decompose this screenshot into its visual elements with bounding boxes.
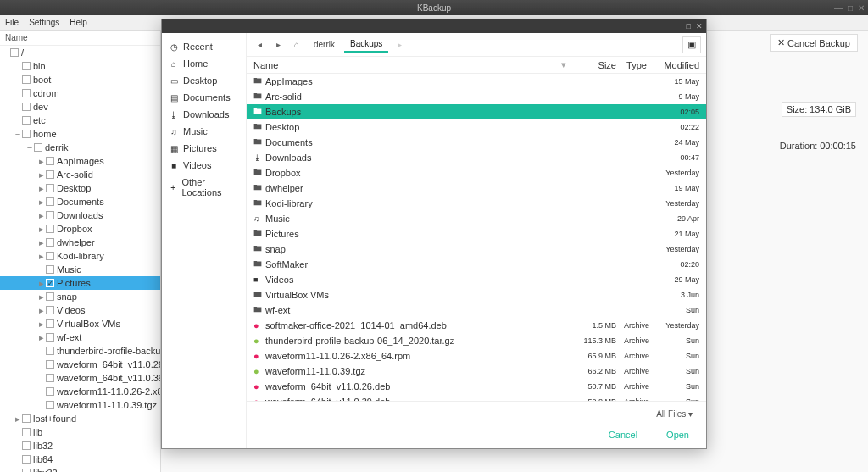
file-row[interactable]: ●waveform_64bit_v11.0.26.deb50.7 MBArchi… bbox=[247, 379, 706, 394]
file-icon bbox=[253, 259, 265, 269]
crumb-derrik[interactable]: derrik bbox=[308, 37, 341, 52]
place-pictures[interactable]: ▦Pictures bbox=[162, 140, 246, 157]
tree-item-derrik[interactable]: −derrik bbox=[0, 141, 160, 154]
tree-root[interactable]: −/ bbox=[0, 46, 160, 59]
tree-item-home[interactable]: −home bbox=[0, 127, 160, 141]
file-row[interactable]: AppImages15 May bbox=[247, 74, 706, 89]
file-row[interactable]: VirtualBox VMs3 Jun bbox=[247, 287, 706, 303]
crumb-backups[interactable]: Backups bbox=[344, 36, 388, 53]
nav-back-icon[interactable]: ◂ bbox=[252, 37, 267, 53]
menu-file[interactable]: File bbox=[5, 18, 19, 27]
tree-item-kodi-library[interactable]: ▸Kodi-library bbox=[0, 249, 160, 263]
minimize-icon[interactable]: — bbox=[834, 3, 843, 13]
tree-item-wf-ext[interactable]: ▸wf-ext bbox=[0, 330, 160, 344]
file-icon bbox=[253, 198, 265, 208]
place-downloads[interactable]: ⭳Downloads bbox=[162, 106, 246, 123]
place-music[interactable]: ♫Music bbox=[162, 123, 246, 140]
place-other-locations[interactable]: +Other Locations bbox=[162, 174, 246, 201]
file-row[interactable]: ●thunderbird-profile-backup-06_14_2020.t… bbox=[247, 333, 706, 348]
tree-item-arc-solid[interactable]: ▸Arc-solid bbox=[0, 168, 160, 181]
sort-indicator-icon: ▾ bbox=[561, 59, 566, 70]
menu-settings[interactable]: Settings bbox=[29, 18, 59, 27]
file-row[interactable]: DropboxYesterday bbox=[247, 165, 706, 180]
file-row[interactable]: ●waveform11-11.0.26-2.x86_64.rpm65.9 MBA… bbox=[247, 348, 706, 364]
file-row[interactable]: wf-extSun bbox=[247, 303, 706, 318]
file-row[interactable]: Desktop02:22 bbox=[247, 119, 706, 135]
crumb-next-icon[interactable]: ▸ bbox=[392, 37, 407, 53]
tree-item-waveform11-11-0-39-tgz[interactable]: waveform11-11.0.39.tgz bbox=[0, 398, 160, 412]
file-icon bbox=[253, 122, 265, 132]
tree-item-thunderbird-profile-backup-06-14-2020-t[interactable]: thunderbird-profile-backup-06_14_2020.t bbox=[0, 344, 160, 358]
file-row[interactable]: ●waveform11-11.0.39.tgz66.2 MBArchiveSun bbox=[247, 364, 706, 379]
nav-forward-icon[interactable]: ▸ bbox=[270, 37, 286, 53]
tree-item-dwhelper[interactable]: ▸dwhelper bbox=[0, 236, 160, 249]
file-row[interactable]: Arc-solid9 May bbox=[247, 89, 706, 104]
file-row[interactable]: snapYesterday bbox=[247, 242, 706, 257]
tree-item-boot[interactable]: boot bbox=[0, 73, 160, 86]
tree-item-downloads[interactable]: ▸Downloads bbox=[0, 208, 160, 222]
place-home[interactable]: ⌂Home bbox=[162, 55, 246, 72]
tree-item-virtualbox-vms[interactable]: ▸VirtualBox VMs bbox=[0, 317, 160, 330]
tree-item-waveform11-11-0-26-2-x86-64-rpm[interactable]: waveform11-11.0.26-2.x86_64.rpm bbox=[0, 385, 160, 398]
tree-item-waveform-64bit-v11-0-26-deb[interactable]: waveform_64bit_v11.0.26.deb bbox=[0, 358, 160, 371]
tree-item-appimages[interactable]: ▸AppImages bbox=[0, 154, 160, 168]
tree-item-lib32[interactable]: lib32 bbox=[0, 439, 160, 453]
tree-item-libx32[interactable]: libx32 bbox=[0, 466, 160, 472]
tree-item-dev[interactable]: dev bbox=[0, 100, 160, 114]
tree-item-music[interactable]: Music bbox=[0, 263, 160, 276]
col-name[interactable]: Name bbox=[253, 60, 561, 70]
file-row[interactable]: Pictures21 May bbox=[247, 226, 706, 242]
tree-item-documents[interactable]: ▸Documents bbox=[0, 195, 160, 208]
tree-item-lib64[interactable]: lib64 bbox=[0, 453, 160, 466]
music-icon: ♫ bbox=[169, 127, 179, 136]
col-size[interactable]: Size bbox=[570, 60, 616, 70]
col-modified[interactable]: Modified bbox=[657, 60, 706, 70]
window-titlebar: KBackup — □ ✕ bbox=[0, 0, 868, 15]
cancel-backup-button[interactable]: ✕ Cancel Backup bbox=[770, 34, 858, 52]
videos-icon: ■ bbox=[169, 161, 179, 170]
maximize-icon[interactable]: □ bbox=[848, 3, 853, 13]
dialog-cancel-button[interactable]: Cancel bbox=[602, 426, 644, 443]
home-icon[interactable]: ⌂ bbox=[289, 37, 304, 53]
tree-item-lost-found[interactable]: ▸lost+found bbox=[0, 412, 160, 425]
file-icon: ⭳ bbox=[253, 153, 265, 162]
tree-item-etc[interactable]: etc bbox=[0, 114, 160, 127]
tree-item-dropbox[interactable]: ▸Dropbox bbox=[0, 222, 160, 236]
file-row[interactable]: ⭳Downloads00:47 bbox=[247, 150, 706, 165]
file-row[interactable]: Documents24 May bbox=[247, 135, 706, 150]
dialog-close-icon[interactable]: ✕ bbox=[696, 22, 703, 31]
tree-item-bin[interactable]: bin bbox=[0, 59, 160, 73]
tree-item-lib[interactable]: lib bbox=[0, 425, 160, 439]
file-row[interactable]: SoftMaker02:20 bbox=[247, 257, 706, 272]
file-row[interactable]: Kodi-libraryYesterday bbox=[247, 196, 706, 211]
file-icon bbox=[253, 305, 265, 315]
file-row[interactable]: Backups02:05 bbox=[247, 104, 706, 119]
close-icon[interactable]: ✕ bbox=[858, 3, 865, 13]
tree-item-videos[interactable]: ▸Videos bbox=[0, 303, 160, 317]
pictures-icon: ▦ bbox=[169, 144, 179, 153]
col-type[interactable]: Type bbox=[616, 60, 657, 70]
menu-help[interactable]: Help bbox=[70, 18, 87, 27]
file-row[interactable]: ●softmaker-office-2021_1014-01_amd64.deb… bbox=[247, 318, 706, 333]
dialog-open-button[interactable]: Open bbox=[659, 426, 696, 443]
file-row[interactable]: ■Videos29 May bbox=[247, 272, 706, 287]
tree-item-snap[interactable]: ▸snap bbox=[0, 290, 160, 303]
file-row[interactable]: ●waveform_64bit_v11.0.39.deb50.8 MBArchi… bbox=[247, 394, 706, 401]
tree-item-pictures[interactable]: ▸Pictures bbox=[0, 276, 160, 290]
file-row[interactable]: ♫Music29 Apr bbox=[247, 211, 706, 226]
tree-header-name[interactable]: Name bbox=[0, 31, 160, 46]
dialog-restore-icon[interactable]: □ bbox=[687, 22, 691, 31]
place-documents[interactable]: ▤Documents bbox=[162, 89, 246, 106]
place-videos[interactable]: ■Videos bbox=[162, 157, 246, 174]
file-filter-dropdown[interactable]: All Files ▾ bbox=[653, 407, 696, 421]
new-folder-button[interactable]: ▣ bbox=[682, 36, 701, 53]
tree-item-desktop[interactable]: ▸Desktop bbox=[0, 181, 160, 195]
place-desktop[interactable]: ▭Desktop bbox=[162, 72, 246, 89]
file-row[interactable]: dwhelper19 May bbox=[247, 180, 706, 196]
tree-item-cdrom[interactable]: cdrom bbox=[0, 86, 160, 100]
other locations-icon: + bbox=[169, 183, 177, 192]
file-icon: ● bbox=[253, 351, 265, 361]
tree-item-waveform-64bit-v11-0-39-deb[interactable]: waveform_64bit_v11.0.39.deb bbox=[0, 371, 160, 385]
place-recent[interactable]: ◷Recent bbox=[162, 38, 246, 55]
cancel-icon: ✕ bbox=[777, 37, 785, 48]
